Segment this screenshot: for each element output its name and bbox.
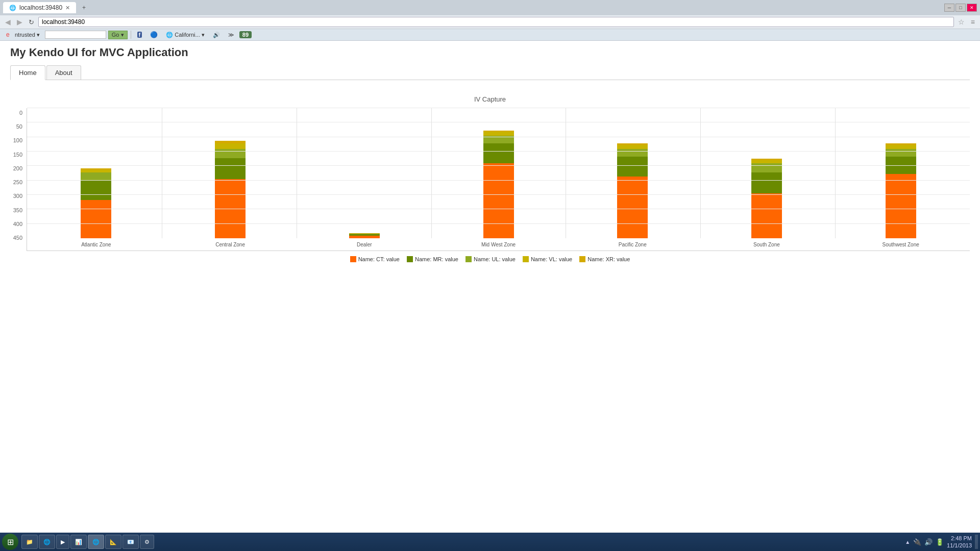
bookmark-facebook[interactable]: f bbox=[134, 31, 145, 39]
extra-icon: ≫ bbox=[228, 32, 234, 38]
grid-line-1 bbox=[27, 223, 970, 224]
y-label-50: 50 bbox=[10, 124, 22, 130]
y-label-200: 200 bbox=[10, 166, 22, 171]
address-bar[interactable] bbox=[38, 17, 954, 27]
y-label-0: 0 bbox=[10, 110, 22, 116]
legend-label-XR: Name: XR: value bbox=[587, 256, 630, 262]
y-label-350: 350 bbox=[10, 208, 22, 213]
grid-lines bbox=[27, 108, 970, 238]
close-button[interactable]: ✕ bbox=[967, 4, 977, 12]
minimize-button[interactable]: ─ bbox=[944, 4, 954, 12]
y-label-300: 300 bbox=[10, 193, 22, 199]
tab-title: localhost:39480 bbox=[19, 4, 62, 11]
cat-label-0: Atlantic Zone bbox=[29, 242, 163, 247]
vert-sep-4 bbox=[566, 108, 566, 238]
bookmarks-bar: e ntrusted ▾ Go ▾ f 🔵 🌐 Californi... ▾ 🔊… bbox=[0, 29, 980, 41]
legend-label-VL: Name: VL: value bbox=[531, 256, 572, 262]
grid-line-8 bbox=[27, 122, 970, 122]
legend-label-UL: Name: UL: value bbox=[474, 256, 516, 262]
bookmark-entrusted[interactable]: e ntrusted ▾ bbox=[3, 30, 43, 39]
y-label-250: 250 bbox=[10, 180, 22, 185]
facebook-icon: f bbox=[137, 32, 142, 38]
grid-line-4 bbox=[27, 180, 970, 181]
y-label-450: 450 bbox=[10, 235, 22, 241]
browser-nav-bar: ◀ ▶ ↻ ☆ ≡ bbox=[0, 15, 980, 29]
cat-label-6: Southwest Zone bbox=[834, 242, 968, 247]
vert-sep-2 bbox=[297, 108, 297, 238]
category-labels: Atlantic ZoneCentral ZoneDealerMid West … bbox=[27, 238, 970, 251]
browser-chrome: 🌐 localhost:39480 ✕ + ─ □ ✕ ◀ ▶ ↻ ☆ ≡ e … bbox=[0, 0, 980, 41]
bookmark-extra[interactable]: ≫ bbox=[225, 31, 237, 39]
bookmark-go-button[interactable]: Go ▾ bbox=[108, 31, 128, 39]
grid-line-9 bbox=[27, 108, 970, 108]
back-button[interactable]: ◀ bbox=[3, 17, 13, 27]
tab-close-button[interactable]: ✕ bbox=[65, 5, 70, 11]
legend-swatch-MR bbox=[407, 256, 413, 262]
legend-swatch-XR bbox=[579, 256, 585, 262]
legend-swatch-VL bbox=[523, 256, 529, 262]
california-icon: 🌐 bbox=[166, 32, 173, 38]
page-title: My Kendo UI for MVC Application bbox=[10, 46, 970, 59]
y-label-400: 400 bbox=[10, 221, 22, 227]
vert-sep-6 bbox=[835, 108, 836, 238]
legend-label-CT: Name: CT: value bbox=[358, 256, 400, 262]
window-controls: ─ □ ✕ bbox=[944, 4, 977, 12]
bookmark-label: ntrusted ▾ bbox=[15, 32, 40, 38]
y-label-150: 150 bbox=[10, 152, 22, 158]
legend-label-MR: Name: MR: value bbox=[415, 256, 458, 262]
new-tab-button[interactable]: + bbox=[78, 2, 90, 13]
legend-swatch-UL bbox=[465, 256, 472, 262]
chart-area: 450 400 350 300 250 200 150 100 50 0 bbox=[10, 108, 970, 251]
bookmark-star-button[interactable]: ☆ bbox=[956, 17, 967, 27]
y-label-100: 100 bbox=[10, 138, 22, 143]
bookmark-california[interactable]: 🌐 Californi... ▾ bbox=[163, 31, 208, 39]
grid-line-3 bbox=[27, 194, 970, 195]
bookmark-item-2[interactable]: 🔵 bbox=[147, 30, 161, 39]
nav-tabs: Home About bbox=[10, 65, 970, 80]
cat-label-1: Central Zone bbox=[163, 242, 298, 247]
legend-swatch-CT bbox=[350, 256, 356, 262]
legend-item-CT: Name: CT: value bbox=[350, 256, 400, 262]
forward-button[interactable]: ▶ bbox=[15, 17, 24, 27]
california-label: Californi... ▾ bbox=[175, 32, 205, 38]
legend-item-MR: Name: MR: value bbox=[407, 256, 458, 262]
bookmark-search-input[interactable] bbox=[45, 31, 106, 39]
tab-about[interactable]: About bbox=[46, 65, 81, 80]
bm2-icon: 🔵 bbox=[150, 31, 158, 38]
title-bar: 🌐 localhost:39480 ✕ + ─ □ ✕ bbox=[0, 0, 980, 15]
cat-label-4: Pacific Zone bbox=[566, 242, 700, 247]
audio-icon: 🔊 bbox=[213, 32, 220, 38]
page-content: My Kendo UI for MVC Application Home Abo… bbox=[0, 41, 980, 272]
chart-legend: Name: CT: valueName: MR: valueName: UL: … bbox=[10, 256, 970, 262]
grid-line-6 bbox=[27, 151, 970, 152]
grid-line-2 bbox=[27, 209, 970, 209]
legend-item-UL: Name: UL: value bbox=[465, 256, 516, 262]
bookmark-separator bbox=[131, 31, 131, 39]
bookmark-icon: e bbox=[6, 31, 13, 38]
chart-container: IV Capture 450 400 350 300 250 200 150 1… bbox=[10, 90, 970, 267]
grid-line-5 bbox=[27, 165, 970, 166]
vert-sep-5 bbox=[700, 108, 701, 238]
legend-item-XR: Name: XR: value bbox=[579, 256, 630, 262]
grid-line-7 bbox=[27, 137, 970, 137]
bookmark-audio[interactable]: 🔊 bbox=[210, 31, 223, 39]
vert-sep-1 bbox=[162, 108, 162, 238]
cat-label-2: Dealer bbox=[297, 242, 431, 247]
legend-item-VL: Name: VL: value bbox=[523, 256, 572, 262]
cat-label-5: South Zone bbox=[700, 242, 834, 247]
chart-title: IV Capture bbox=[10, 95, 970, 103]
maximize-button[interactable]: □ bbox=[955, 4, 966, 12]
tab-home[interactable]: Home bbox=[10, 65, 45, 80]
tab-favicon: 🌐 bbox=[9, 5, 16, 11]
vert-sep-3 bbox=[431, 108, 432, 238]
chart-plot: Atlantic ZoneCentral ZoneDealerMid West … bbox=[27, 108, 970, 251]
browser-tab[interactable]: 🌐 localhost:39480 ✕ bbox=[3, 2, 76, 13]
bookmark-89[interactable]: 89 bbox=[239, 31, 252, 38]
refresh-button[interactable]: ↻ bbox=[27, 17, 36, 27]
cat-label-3: Mid West Zone bbox=[431, 242, 566, 247]
y-axis: 450 400 350 300 250 200 150 100 50 0 bbox=[10, 108, 27, 251]
browser-menu-button[interactable]: ≡ bbox=[969, 17, 977, 27]
